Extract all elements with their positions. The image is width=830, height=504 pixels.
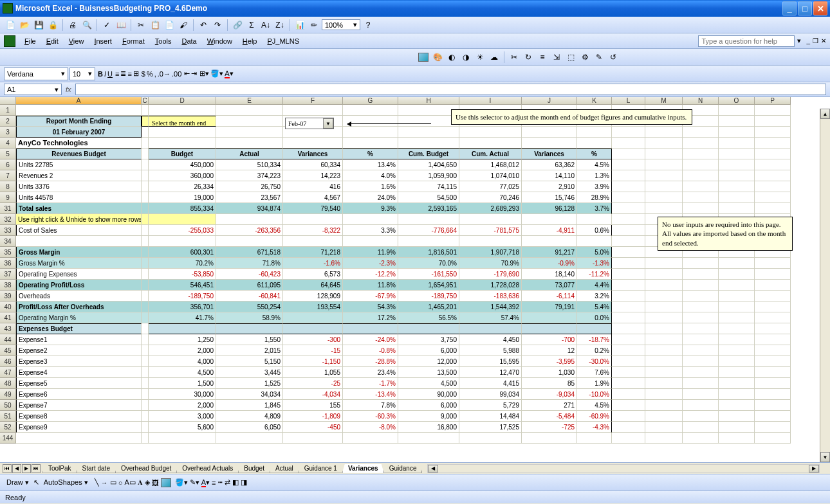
cell-M9[interactable] — [645, 192, 683, 203]
cell-H51[interactable]: 9,000 — [398, 411, 459, 422]
cell-J4[interactable] — [522, 138, 577, 148]
font-color-draw-icon[interactable]: A▾ — [201, 478, 210, 487]
cell-L45[interactable] — [612, 345, 645, 356]
close-button[interactable]: ✕ — [813, 1, 827, 15]
more-contrast-icon[interactable]: ◐ — [445, 51, 458, 64]
cell-P41[interactable] — [755, 312, 791, 323]
cell-N38[interactable] — [683, 280, 719, 291]
cell-L49[interactable] — [612, 389, 645, 400]
row-header-52[interactable]: 52 — [0, 422, 16, 433]
cell-A36[interactable]: Gross Margin % — [16, 258, 142, 269]
cell-F51[interactable]: -1,809 — [283, 411, 343, 422]
cell-I46[interactable]: 15,595 — [459, 356, 522, 367]
cell-C32[interactable] — [142, 214, 149, 225]
cell-C34[interactable] — [142, 236, 149, 247]
cell-O44[interactable] — [719, 334, 755, 345]
cell-P39[interactable] — [755, 291, 791, 302]
cell-P9[interactable] — [755, 192, 791, 203]
cell-O50[interactable] — [719, 400, 755, 411]
borders-icon[interactable]: ⊞▾ — [199, 69, 209, 78]
sheet-tab-guidance-1[interactable]: Guidance 1 — [299, 464, 343, 473]
align-right-icon[interactable]: ≡ — [127, 70, 131, 78]
chart-icon[interactable]: 📊 — [293, 19, 306, 32]
cell-I35[interactable]: 1,907,718 — [459, 247, 522, 258]
cell-E51[interactable]: 4,809 — [216, 411, 283, 422]
cell-E52[interactable]: 6,050 — [216, 422, 283, 433]
cell-H46[interactable]: 12,000 — [398, 356, 459, 367]
cell-M144[interactable] — [645, 433, 683, 444]
cell-D5[interactable]: Budget — [149, 148, 216, 159]
cell-G5[interactable]: % — [343, 148, 398, 159]
row-header-7[interactable]: 7 — [0, 170, 16, 181]
cell-L43[interactable] — [612, 323, 645, 334]
cell-D8[interactable]: 26,334 — [149, 181, 216, 192]
cell-F52[interactable]: -450 — [283, 422, 343, 433]
cell-C45[interactable] — [142, 345, 149, 356]
cell-L31[interactable] — [612, 203, 645, 214]
cell-I8[interactable]: 77,025 — [459, 181, 522, 192]
decrease-decimal-icon[interactable]: .00 — [172, 70, 181, 78]
cell-M6[interactable] — [645, 159, 683, 170]
column-header-J[interactable]: J — [522, 97, 577, 105]
cell-G39[interactable]: -67.9% — [343, 291, 398, 302]
cell-M49[interactable] — [645, 389, 683, 400]
cell-D48[interactable]: 1,500 — [149, 378, 216, 389]
cell-D9[interactable]: 19,000 — [149, 192, 216, 203]
cell-P37[interactable] — [755, 269, 791, 280]
cell-L5[interactable] — [612, 148, 645, 159]
row-header-1[interactable]: 1 — [0, 105, 16, 116]
cell-D35[interactable]: 600,301 — [149, 247, 216, 258]
align-left-icon[interactable]: ≡ — [115, 70, 119, 78]
line-color-icon[interactable]: ✎▾ — [190, 478, 199, 487]
cell-L6[interactable] — [612, 159, 645, 170]
rectangle-icon[interactable]: ▭ — [110, 478, 116, 487]
cell-D37[interactable]: -53,850 — [149, 269, 216, 280]
merge-center-icon[interactable]: ⊞ — [133, 69, 139, 78]
cell-O46[interactable] — [719, 356, 755, 367]
cell-A8[interactable]: Units 3376 — [16, 181, 142, 192]
cell-A43[interactable]: Expenses Budget — [16, 323, 142, 334]
cell-G32[interactable] — [343, 214, 398, 225]
cell-I41[interactable]: 57.4% — [459, 312, 522, 323]
cell-F35[interactable]: 71,218 — [283, 247, 343, 258]
cell-M40[interactable] — [645, 302, 683, 312]
cell-H33[interactable]: -776,664 — [398, 225, 459, 236]
shadow-icon[interactable]: ◧ — [232, 478, 239, 487]
cell-O37[interactable] — [719, 269, 755, 280]
cell-C3[interactable] — [142, 127, 149, 138]
cell-G51[interactable]: -60.3% — [343, 411, 398, 422]
cell-N49[interactable] — [683, 389, 719, 400]
cell-N48[interactable] — [683, 378, 719, 389]
print-preview-icon[interactable]: 🔍 — [80, 19, 93, 32]
cell-C5[interactable] — [142, 148, 149, 159]
comma-icon[interactable]: , — [154, 70, 156, 78]
cell-L35[interactable] — [612, 247, 645, 258]
underline-icon[interactable]: U — [107, 70, 113, 78]
cell-E49[interactable]: 34,034 — [216, 389, 283, 400]
cell-A1[interactable] — [16, 105, 142, 116]
row-header-35[interactable]: 35 — [0, 247, 16, 258]
cell-A50[interactable]: Expense7 — [16, 400, 142, 411]
cell-D7[interactable]: 360,000 — [149, 170, 216, 181]
cell-J31[interactable]: 96,128 — [522, 203, 577, 214]
cell-E39[interactable]: -60,841 — [216, 291, 283, 302]
cell-G46[interactable]: -28.8% — [343, 356, 398, 367]
cell-J46[interactable]: -3,595 — [522, 356, 577, 367]
menu-data[interactable]: Data — [176, 36, 201, 46]
cell-O5[interactable] — [719, 148, 755, 159]
cell-A38[interactable]: Operating Profit/Loss — [16, 280, 142, 291]
column-header-P[interactable]: P — [755, 97, 791, 105]
fill-color-draw-icon[interactable]: 🪣▾ — [175, 478, 188, 487]
column-header-N[interactable]: N — [683, 97, 719, 105]
cell-O52[interactable] — [719, 422, 755, 433]
month-end-select[interactable]: Feb-07 ▼ — [285, 118, 334, 129]
cell-C47[interactable] — [142, 367, 149, 378]
cell-C8[interactable] — [142, 181, 149, 192]
cell-K4[interactable] — [577, 138, 612, 148]
autosum-icon[interactable]: Σ — [245, 19, 258, 32]
menu-window[interactable]: Window — [202, 36, 237, 46]
cell-N36[interactable] — [683, 258, 719, 269]
new-icon[interactable]: 📄 — [4, 19, 17, 32]
cell-A39[interactable]: Overheads — [16, 291, 142, 302]
autoshapes-menu[interactable]: AutoShapes ▾ — [41, 478, 91, 487]
